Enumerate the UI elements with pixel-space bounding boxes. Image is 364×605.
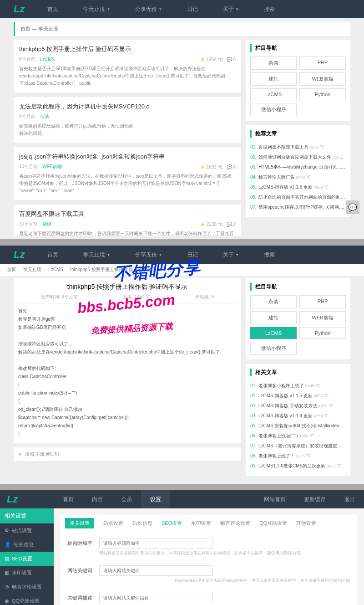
tab-owner[interactable]: 站长信息	[132, 520, 152, 527]
sidebar-item-watermark[interactable]: ▦水印设置	[0, 566, 54, 580]
list-item[interactable]: 03.LzCMS-博客版 手动安装方法 4872 ℃	[250, 401, 346, 411]
list-item[interactable]: 03.HTML5事件—visibilitychange 页面可见... 2136…	[250, 162, 346, 172]
image-icon: ▦	[5, 570, 9, 576]
nav-home[interactable]: 首页	[47, 251, 58, 259]
list-item[interactable]: 06.老张博客上线啦(二) 4085 ℃	[250, 431, 346, 441]
top-nav: Lz 首页 学无止境▼ 分享无价▼ 日记 关于▼ 搜索	[0, 246, 364, 264]
list-item[interactable]: 02.如何通过网页版百度网盘下载大文件 1530 ℃	[250, 152, 346, 162]
tab-site[interactable]: 站点设置	[103, 520, 123, 527]
doc-icon: ▤	[5, 556, 9, 562]
category-panel: 栏目导航 杂谈 PHP 建站 WEB前端 LzCMS Python 微信小程序	[246, 278, 350, 359]
nav-share[interactable]: 分享无价▼	[135, 5, 162, 13]
list-item[interactable]: 09.LzCMS1.1.0老张CMS第三次更新 3077 ℃	[250, 461, 346, 471]
category-button[interactable]: 微信小程序	[250, 342, 297, 355]
list-item[interactable]: 02.LzCMS-博客版 v1.1.5 更新 4909 ℃	[250, 391, 346, 401]
input-description[interactable]	[99, 593, 213, 603]
category-button[interactable]: Python	[299, 88, 346, 100]
admin-link-cache[interactable]: 更新缓存	[295, 490, 335, 508]
article-excerpt: 首先检查是否开启GD库如果确认GD库已经开启请清除缓冲区就应该可以了，解决的办法…	[19, 65, 236, 87]
tab-watermark[interactable]: 水印设置	[191, 520, 211, 527]
article-card[interactable]: 无法启动此程序，因为计算机中丢失MSVCP120.c 9个月前杂谈 新安装的系统…	[14, 97, 241, 143]
list-item[interactable]: 05.LzCMS-博客版 v1.1.5 更新 4909 ℃	[250, 182, 346, 192]
nav-share[interactable]: 分享无价▼	[135, 251, 162, 259]
admin-link-logout[interactable]: 退出	[335, 490, 364, 508]
article-card[interactable]: 百度网盘不限速下载工具 10个月前杂谈⚡ 2230 ℃💬 2 最近老张下载百度网…	[14, 205, 241, 236]
comment-icon: ◔	[5, 584, 9, 590]
article-title[interactable]: js&jq .json字符串转换json对象 .json对象转换json字符串	[19, 153, 236, 161]
article-excerpt: 最近老张下载百度网盘的文件才60kb，告诉我需要一天时间来下载一个文件，瞬间老张…	[19, 230, 236, 236]
nav-diary[interactable]: 日记	[187, 251, 198, 259]
sidebar-item-owner[interactable]: 👤站长信息	[0, 538, 54, 552]
logo[interactable]: Lz	[14, 249, 25, 261]
list-item[interactable]: 08.老张博客上线了！ 3275 ℃	[250, 451, 346, 461]
article-detail: thinkphp5 按照手册上操作后 验证码不显示 发布时间: 6个月前 热度:…	[14, 278, 241, 443]
panel-title: 栏目导航	[250, 44, 346, 52]
admin-tab-setting[interactable]: 设置	[141, 490, 170, 508]
article-excerpt: 新安装的系统玩游戏，或者打开ps系统报错，无法启动此 解决此问题。	[19, 123, 236, 137]
category-button[interactable]: WEB前端	[299, 72, 346, 86]
nav-about[interactable]: 关于▼	[223, 251, 239, 259]
list-item[interactable]: 01.老张博客小程序上线了 6145 ℃	[250, 381, 346, 391]
input-keywords[interactable]	[99, 565, 213, 576]
category-button[interactable]: 微信小程序	[250, 103, 297, 116]
list-item[interactable]: 04.畅言评论去除广告 2443 ℃	[250, 172, 346, 182]
category-button[interactable]: 建站	[250, 311, 297, 324]
logo[interactable]: Lz	[14, 3, 25, 15]
nav-learn[interactable]: 学无止境▼	[83, 5, 110, 13]
list-item[interactable]: 04.LzCMS-博客版 v1.1.4 更新 4754 ℃	[250, 411, 346, 421]
list-item[interactable]: 07.LzCMS（老张博客系统）安装出现重定向... 3670 ℃	[250, 441, 346, 451]
label-title-suffix: 标题附加字	[67, 538, 99, 547]
category-button[interactable]: PHP	[299, 56, 346, 70]
sidebar-item-qqlogin[interactable]: ◉QQ登陆设置	[0, 594, 54, 605]
category-button[interactable]: 杂谈	[250, 295, 297, 308]
article-title[interactable]: 无法启动此程序，因为计算机中丢失MSVCP120.c	[19, 103, 236, 111]
sidebar-item-seo[interactable]: ▤SEO设置	[0, 552, 54, 566]
feedback-button[interactable]: 💬	[346, 200, 359, 214]
nav-home[interactable]: 首页	[47, 5, 58, 13]
category-button[interactable]: 杂谈	[250, 56, 297, 70]
article-card[interactable]: js&jq .json字符串转换json对象 .json对象转换json字符串 …	[14, 147, 241, 200]
article-excerpt: 将json字符串转换为json对象的方法。在数据传输过程中，json是以文本，即…	[19, 173, 236, 195]
admin-tab-member[interactable]: 会员	[112, 490, 141, 508]
nav-about[interactable]: 关于▼	[223, 5, 239, 13]
list-item[interactable]: 05.LzCMS 安装提示404 找不到install/index... 430…	[250, 421, 346, 431]
logo[interactable]: Lz	[7, 493, 18, 505]
list-item[interactable]: 07.禁用opcache缓存,关闭PHP缓存, 关闭网... 3297 ℃	[250, 202, 346, 212]
tab-qq[interactable]: QQ登陆设置	[259, 520, 287, 527]
top-nav: Lz 首页 学无止境▼ 分享无价▼ 日记 关于▼ 搜索	[0, 0, 364, 18]
admin-link-site[interactable]: 网站首页	[255, 490, 295, 508]
category-button[interactable]: LzCMS	[250, 88, 297, 100]
tab-other[interactable]: 其他设置	[296, 520, 316, 527]
panel-title: 推荐文章	[250, 130, 346, 138]
breadcrumb: 首页 — 学无止境	[14, 22, 350, 36]
label-keywords: 网站关键词	[67, 565, 99, 574]
tab-seo[interactable]: SEO设置	[162, 520, 182, 527]
panel-title: 相关文章	[250, 369, 346, 376]
list-item[interactable]: 01.百度网盘不限速下载工具 2230 ℃	[250, 142, 346, 152]
tab-comment[interactable]: 畅言评论设置	[220, 520, 250, 527]
tab-related[interactable]: 相关设置	[65, 518, 94, 528]
user-icon: 👤	[5, 542, 11, 548]
category-button[interactable]: WEB前端	[299, 311, 346, 324]
article-title[interactable]: 百度网盘不限速下载工具	[19, 210, 236, 218]
nav-diary[interactable]: 日记	[187, 5, 198, 13]
label-description: 关键词描述	[67, 593, 99, 601]
list-item[interactable]: 06.防止自己的页面不被其他网站的页面的ifr... 2074 ℃	[250, 192, 346, 202]
nav-search[interactable]: 搜索	[264, 251, 275, 259]
category-button[interactable]: Python	[299, 327, 346, 339]
sidebar-item-comment[interactable]: ◔畅言评论设置	[0, 580, 54, 594]
article-card[interactable]: thinkphp5 按照手册上操作后 验证码不显示 6个月前LzCMS⚡ 145…	[14, 40, 241, 92]
nav-learn[interactable]: 学无止境▼	[83, 251, 110, 259]
sidebar-item-site[interactable]: ⚙站点设置	[0, 523, 54, 538]
category-button[interactable]: 建站	[250, 72, 297, 86]
nav-search[interactable]: 搜索	[264, 5, 275, 13]
category-button[interactable]: PHP	[299, 295, 346, 308]
seo-form: 标题附加字 网站标题通常是搜索引擎关注的重点，本程序设置出现在标题中自动填充，如…	[61, 531, 357, 605]
input-title-suffix[interactable]	[99, 538, 213, 549]
category-button[interactable]: LzCMS	[250, 327, 297, 339]
qq-icon: ◉	[5, 598, 9, 604]
panel-title: 栏目导航	[250, 283, 346, 291]
article-title[interactable]: thinkphp5 按照手册上操作后 验证码不显示	[19, 45, 236, 53]
admin-tab-content[interactable]: 内容	[83, 490, 112, 508]
admin-tab-home[interactable]: 首页	[54, 490, 83, 508]
